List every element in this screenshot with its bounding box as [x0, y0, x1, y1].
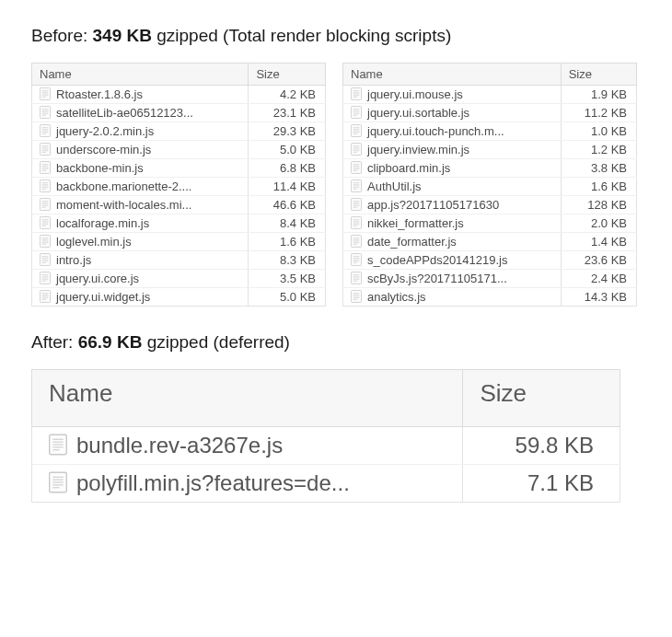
table-row[interactable]: Rtoaster.1.8.6.js4.2 KB: [32, 86, 326, 104]
table-row[interactable]: clipboard.min.js3.8 KB: [343, 159, 637, 178]
file-name-cell: Rtoaster.1.8.6.js: [32, 86, 249, 104]
table-row[interactable]: jquery.ui.core.js3.5 KB: [32, 270, 326, 288]
file-name: analytics.js: [367, 290, 426, 304]
file-name: backbone-min.js: [56, 161, 144, 175]
file-icon: [351, 290, 362, 303]
file-icon: [40, 290, 51, 303]
table-row[interactable]: jquery.ui.touch-punch.m...1.0 KB: [343, 122, 637, 141]
file-name: jquery.ui.sortable.js: [367, 106, 469, 120]
file-name-cell: underscore-min.js: [32, 141, 249, 159]
file-size-cell: 1.4 KB: [561, 233, 636, 251]
table-row[interactable]: nikkei_formatter.js2.0 KB: [343, 214, 637, 233]
table-row[interactable]: jquery.ui.widget.js5.0 KB: [32, 288, 326, 307]
table-row[interactable]: jquery-2.0.2.min.js29.3 KB: [32, 122, 326, 141]
file-name: jquery-2.0.2.min.js: [56, 124, 154, 138]
file-icon: [351, 161, 362, 174]
table-row[interactable]: satelliteLib-ae06512123...23.1 KB: [32, 104, 326, 122]
file-name-cell: loglevel.min.js: [32, 233, 249, 251]
file-icon: [351, 124, 362, 137]
file-name: backbone.marionette-2....: [56, 180, 191, 193]
file-name-cell: jquery.ui.widget.js: [32, 288, 249, 307]
file-icon: [351, 216, 362, 229]
file-name: jquery.ui.mouse.js: [367, 87, 463, 101]
table-row[interactable]: app.js?20171105171630128 KB: [343, 196, 637, 214]
before-table-left: Name Size Rtoaster.1.8.6.js4.2 KBsatelli…: [31, 63, 326, 307]
file-icon: [351, 272, 362, 284]
table-row[interactable]: underscore-min.js5.0 KB: [32, 141, 326, 159]
file-icon: [40, 161, 51, 174]
file-icon: [49, 434, 67, 456]
file-name: loglevel.min.js: [56, 235, 132, 249]
table-row[interactable]: backbone.marionette-2....11.4 KB: [32, 178, 326, 196]
table-row[interactable]: s_codeAPPds20141219.js23.6 KB: [343, 251, 637, 270]
file-name: date_formatter.js: [367, 235, 457, 249]
file-name-cell: bundle.rev-a3267e.js: [32, 427, 463, 465]
file-name-cell: nikkei_formatter.js: [343, 214, 562, 233]
file-icon: [40, 198, 51, 211]
before-prefix: Before:: [31, 26, 93, 45]
table-row[interactable]: backbone-min.js6.8 KB: [32, 159, 326, 178]
table-row[interactable]: analytics.js14.3 KB: [343, 288, 637, 307]
col-size-header[interactable]: Size: [463, 370, 620, 427]
file-size-cell: 1.6 KB: [249, 233, 326, 251]
file-name-cell: satelliteLib-ae06512123...: [32, 104, 249, 122]
before-suffix: gzipped (Total render blocking scripts): [152, 26, 451, 45]
after-size: 66.9 KB: [78, 332, 143, 352]
file-name-cell: backbone-min.js: [32, 159, 249, 178]
file-size-cell: 4.2 KB: [249, 86, 326, 104]
file-icon: [40, 180, 51, 192]
table-row[interactable]: moment-with-locales.mi...46.6 KB: [32, 196, 326, 214]
file-icon: [40, 87, 51, 100]
file-icon: [351, 106, 362, 119]
table-row[interactable]: localforage.min.js8.4 KB: [32, 214, 326, 233]
file-name: jquery.ui.widget.js: [56, 290, 150, 304]
file-icon: [40, 272, 51, 284]
table-row[interactable]: bundle.rev-a3267e.js59.8 KB: [32, 427, 620, 465]
file-size-cell: 6.8 KB: [249, 159, 326, 178]
file-icon: [351, 253, 362, 266]
file-name-cell: clipboard.min.js: [343, 159, 562, 178]
table-row[interactable]: jquery.inview.min.js1.2 KB: [343, 141, 637, 159]
file-icon: [351, 235, 362, 248]
table-row[interactable]: jquery.ui.sortable.js11.2 KB: [343, 104, 637, 122]
col-name-header[interactable]: Name: [343, 64, 562, 86]
file-size-cell: 46.6 KB: [249, 196, 326, 214]
col-size-header[interactable]: Size: [561, 64, 636, 86]
file-name: app.js?20171105171630: [367, 198, 499, 212]
file-name: localforage.min.js: [56, 216, 149, 230]
file-name: jquery.ui.touch-punch.m...: [367, 124, 504, 138]
table-row[interactable]: intro.js8.3 KB: [32, 251, 326, 270]
table-row[interactable]: polyfill.min.js?features=de...7.1 KB: [32, 465, 620, 503]
table-row[interactable]: jquery.ui.mouse.js1.9 KB: [343, 86, 637, 104]
file-icon: [351, 180, 362, 192]
before-size: 349 KB: [93, 26, 152, 45]
file-size-cell: 11.4 KB: [249, 178, 326, 196]
file-name: nikkei_formatter.js: [367, 216, 464, 230]
table-row[interactable]: scByJs.js?20171105171...2.4 KB: [343, 270, 637, 288]
table-row[interactable]: date_formatter.js1.4 KB: [343, 233, 637, 251]
file-name-cell: scByJs.js?20171105171...: [343, 270, 562, 288]
file-size-cell: 128 KB: [561, 196, 636, 214]
file-size-cell: 29.3 KB: [249, 122, 326, 141]
file-icon: [40, 216, 51, 229]
file-size-cell: 14.3 KB: [561, 288, 636, 307]
file-size-cell: 1.6 KB: [561, 178, 636, 196]
file-size-cell: 2.4 KB: [561, 270, 636, 288]
file-icon: [351, 87, 362, 100]
table-row[interactable]: loglevel.min.js1.6 KB: [32, 233, 326, 251]
table-row[interactable]: AuthUtil.js1.6 KB: [343, 178, 637, 196]
col-size-header[interactable]: Size: [249, 64, 326, 86]
file-name-cell: jquery.ui.touch-punch.m...: [343, 122, 562, 141]
col-name-header[interactable]: Name: [32, 64, 249, 86]
file-name-cell: s_codeAPPds20141219.js: [343, 251, 562, 270]
file-name: intro.js: [56, 253, 91, 267]
before-tables: Name Size Rtoaster.1.8.6.js4.2 KBsatelli…: [31, 63, 641, 307]
after-heading: After: 66.9 KB gzipped (deferred): [31, 332, 641, 353]
file-name-cell: app.js?20171105171630: [343, 196, 562, 214]
file-name-cell: AuthUtil.js: [343, 178, 562, 196]
col-name-header[interactable]: Name: [32, 370, 463, 427]
file-name-cell: jquery.ui.sortable.js: [343, 104, 562, 122]
file-icon: [40, 143, 51, 156]
file-size-cell: 5.0 KB: [249, 288, 326, 307]
file-name-cell: jquery-2.0.2.min.js: [32, 122, 249, 141]
